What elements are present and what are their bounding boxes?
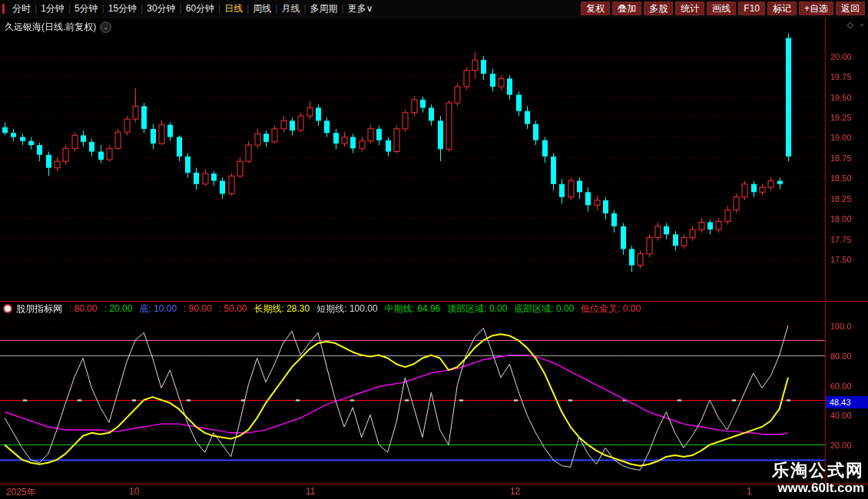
toolbar-period-2[interactable]: 1分钟 xyxy=(37,2,68,15)
indicator-param-6: : 50.00 xyxy=(219,303,247,314)
indicator-param-4: 底: 10.00 xyxy=(139,303,177,314)
chart-canvas[interactable] xyxy=(0,0,868,499)
toolbar-button-3[interactable]: 多股 xyxy=(644,2,673,15)
date-label-4: 12 xyxy=(510,486,520,497)
toolbar-period-7[interactable]: 日线 xyxy=(220,2,247,15)
toolbar-button-8[interactable]: +自选 xyxy=(799,2,833,15)
toolbar-right: 复权叠加多股统计画线F10标记+自选返回 xyxy=(581,2,868,15)
toolbar-period-10[interactable]: 多周期 xyxy=(306,2,342,15)
indicator-header[interactable]: 股朋指标网: 80.00: 20.00底: 10.00: 90.00: 50.0… xyxy=(3,302,648,315)
app-root: 分时|1分钟|5分钟|15分钟|30分钟|60分钟|日线|周线|月线|多周期|更… xyxy=(0,0,868,499)
toolbar-left: 分时|1分钟|5分钟|15分钟|30分钟|60分钟|日线|周线|月线|多周期|更… xyxy=(8,2,581,15)
title-dropdown-icon[interactable]: ⌄ xyxy=(100,21,111,33)
toolbar-button-6[interactable]: F10 xyxy=(738,2,765,15)
toolbar-period-1[interactable]: 分时 xyxy=(8,2,35,15)
indicator-param-10: 顶部区域: 0.00 xyxy=(447,303,507,314)
diamond-icon[interactable]: ◇ xyxy=(847,20,853,30)
toolbar-period-4[interactable]: 15分钟 xyxy=(104,2,141,15)
watermark-url: www.60lt.com xyxy=(772,481,864,495)
indicator-param-9: 中期线: 64.96 xyxy=(385,303,441,314)
indicator-param-2: : 80.00 xyxy=(69,303,98,314)
toolbar-button-1[interactable]: 复权 xyxy=(581,2,610,15)
watermark-site-name: 乐淘公式网 xyxy=(772,461,864,481)
toolbar-button-2[interactable]: 叠加 xyxy=(612,2,641,15)
toolbar-button-7[interactable]: 标记 xyxy=(767,2,797,15)
date-label-2: 10 xyxy=(129,486,139,497)
indicator-param-12: 低位金叉: 0.00 xyxy=(581,303,641,314)
stock-title: 久远银海(日线.前复权) xyxy=(5,21,96,34)
window-icons: ◇ ▫ xyxy=(847,20,863,30)
indicator-logo-icon xyxy=(3,304,12,313)
chart-title-bar: 久远银海(日线.前复权) ⌄ xyxy=(5,21,111,34)
indicator-param-3: : 20.00 xyxy=(104,303,133,314)
indicator-param-1: 股朋指标网 xyxy=(16,303,62,314)
toolbar-button-9[interactable]: 返回 xyxy=(836,2,865,15)
indicator-param-8: 短期线: 100.00 xyxy=(316,303,377,314)
date-label-3: 11 xyxy=(306,486,315,497)
indicator-param-7: 长期线: 28.30 xyxy=(254,303,310,314)
toolbar-button-5[interactable]: 画线 xyxy=(707,2,736,15)
toolbar-period-5[interactable]: 30分钟 xyxy=(143,2,179,15)
watermark: 乐淘公式网 www.60lt.com xyxy=(772,461,864,495)
date-label-5: 1 xyxy=(747,486,752,497)
toolbar-period-3[interactable]: 5分钟 xyxy=(71,2,102,15)
toolbar-accent-bar xyxy=(2,4,5,14)
box-icon[interactable]: ▫ xyxy=(860,20,863,30)
date-axis: 2025年1011121 xyxy=(0,486,868,498)
toolbar-period-11[interactable]: 更多∨ xyxy=(344,2,377,15)
indicator-param-5: : 90.00 xyxy=(184,303,212,314)
date-label-1: 2025年 xyxy=(6,486,36,499)
indicator-param-11: 底部区域: 0.00 xyxy=(514,303,574,314)
toolbar-period-9[interactable]: 月线 xyxy=(277,2,303,15)
indicator-params: 股朋指标网: 80.00: 20.00底: 10.00: 90.00: 50.0… xyxy=(16,302,648,316)
toolbar-period-6[interactable]: 60分钟 xyxy=(182,2,218,15)
toolbar-period-8[interactable]: 周线 xyxy=(249,2,275,15)
top-toolbar: 分时|1分钟|5分钟|15分钟|30分钟|60分钟|日线|周线|月线|多周期|更… xyxy=(0,0,868,18)
toolbar-button-4[interactable]: 统计 xyxy=(675,2,704,15)
